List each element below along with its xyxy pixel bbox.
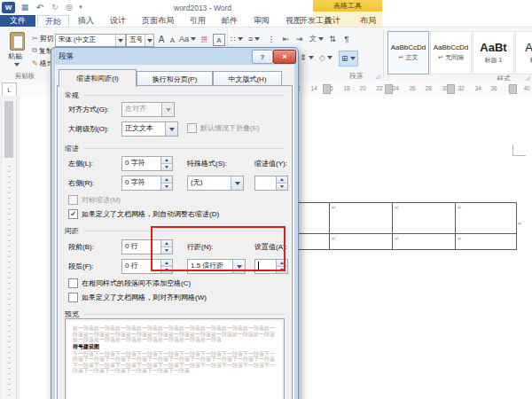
ruler-number: 28 — [425, 85, 431, 91]
phonetic-guide-button[interactable]: 拼 — [199, 33, 210, 45]
multilevel-icon: ⋮ — [268, 35, 276, 43]
tab-home[interactable]: 开始 — [37, 15, 69, 27]
tab-stop-selector[interactable]: L — [2, 82, 17, 97]
tab-table-layout[interactable]: 布局 — [353, 15, 383, 27]
table-cell[interactable]: ↵ — [456, 203, 516, 233]
style-card-normal[interactable]: AaBbCcDd ↵ 正文 — [387, 31, 429, 74]
paragraph-style-marker: ↵ — [399, 54, 404, 60]
shading-button[interactable]: ◇ — [319, 51, 332, 64]
change-case-button[interactable]: Aa — [179, 33, 196, 45]
clipboard-group-label: 剪贴板 — [2, 72, 48, 81]
grow-font-button[interactable]: A — [156, 33, 167, 45]
group-separator — [383, 30, 384, 78]
column-grip[interactable] — [323, 84, 331, 94]
show-marks-button[interactable]: ¶ — [341, 33, 352, 44]
decrease-indent-button[interactable]: ⇤ — [280, 33, 292, 44]
no-space-same-style-checkbox[interactable]: 在相同样式的段落间不添加空格(C) — [68, 278, 191, 288]
tab-insert[interactable]: 插入 — [71, 15, 101, 27]
styles-dialog-launcher-icon[interactable]: ◿ — [524, 74, 531, 81]
column-grip[interactable] — [509, 84, 517, 94]
end-of-cell-mark: ↵ — [395, 204, 399, 210]
dialog-help-button[interactable]: ? — [252, 50, 273, 64]
end-of-cell-mark: ↵ — [458, 235, 462, 241]
spinner-down-icon[interactable] — [277, 183, 287, 190]
tab-references[interactable]: 引用 — [183, 15, 213, 27]
dialog-close-button[interactable]: × — [273, 50, 296, 64]
numbering-icon: ≡ — [248, 35, 253, 43]
character-border-button[interactable]: A — [213, 34, 225, 46]
check-icon: ✔ — [70, 211, 76, 218]
column-grip[interactable] — [447, 84, 455, 94]
style-card-no-spacing[interactable]: AaBbCcDd ↵ 无间隔 — [430, 31, 472, 74]
indent-right-spinner[interactable]: 0 字符 — [121, 176, 173, 191]
spinner-down-icon[interactable] — [161, 183, 172, 190]
preview-previous-paragraph: 前一段落前一段落前一段落前一段落前一段落前一段落前一段落前一段落前一段落前一段落… — [66, 319, 284, 343]
table-cell[interactable]: ↵ — [393, 234, 456, 249]
shading-icon: ◇ — [319, 53, 325, 62]
table-cell[interactable]: ↵ — [456, 234, 516, 249]
qat-more-icon[interactable]: ▾ — [76, 1, 85, 13]
spinner-up-icon[interactable] — [277, 176, 287, 183]
bullets-button[interactable]: ∷ — [231, 33, 243, 44]
column-grip[interactable] — [385, 84, 393, 94]
borders-button[interactable]: ⊞ — [339, 51, 358, 66]
paste-button[interactable]: 粘贴 — [5, 32, 28, 71]
alignment-label: 对齐方式(G): — [68, 105, 109, 114]
spinner-up-icon[interactable] — [161, 176, 172, 183]
outline-level-combo[interactable]: 正文文本 — [121, 121, 178, 137]
undo-icon[interactable]: ↶ — [33, 1, 47, 13]
increase-indent-button[interactable]: ⇥ — [293, 33, 305, 44]
spinner-down-icon[interactable] — [161, 163, 172, 170]
tab-mailings[interactable]: 邮件 — [215, 15, 245, 27]
font-size-combo[interactable]: 五号 — [126, 34, 154, 47]
document-table[interactable]: ↵ ↵ ↵ ↵ ↵ ↵ ↵ ↵ — [266, 202, 517, 250]
spinner-up-icon[interactable] — [161, 157, 172, 163]
table-cell[interactable]: ↵ — [330, 234, 393, 249]
special-format-combo[interactable]: (无) — [187, 176, 244, 191]
ruler-number: 20 — [359, 85, 365, 91]
paste-dropdown-icon — [13, 61, 20, 68]
special-dropdown-icon[interactable] — [231, 176, 243, 190]
space-after-label: 段后(F): — [68, 262, 93, 271]
shrink-font-button[interactable]: A — [168, 35, 177, 45]
ruler-number: 34 — [474, 85, 481, 91]
redo-icon[interactable]: ↻ — [49, 1, 61, 13]
indent-by-label: 缩进值(Y): — [254, 159, 287, 168]
print-preview-icon[interactable]: ◎ — [63, 1, 75, 13]
style-card-heading2[interactable]: AaB 标题 — [515, 31, 532, 74]
asian-layout-button[interactable]: 文 — [309, 33, 324, 44]
borders-icon: ⊞ — [341, 54, 348, 63]
table-cell[interactable]: ↵ — [330, 203, 393, 233]
ruler-number: 18 — [343, 85, 349, 91]
numbering-button[interactable]: ≡ — [248, 33, 260, 44]
ruler-number: 26 — [409, 85, 415, 91]
tab-page-layout[interactable]: 页面布局 — [135, 15, 181, 27]
font-name-combo[interactable]: 宋体 (中文正 — [55, 34, 126, 47]
font-size-dropdown-icon[interactable] — [145, 35, 153, 46]
indent-right-label: 右侧(R): — [68, 178, 94, 188]
auto-adjust-right-indent-checkbox[interactable]: ✔ 如果定义了文档网格，则自动调整右缩进(D) — [68, 209, 219, 219]
snap-to-grid-checkbox[interactable]: 如果定义了文档网格，则对齐到网格(W) — [68, 293, 207, 302]
line-spacing-button[interactable]: ⇕ — [300, 51, 314, 64]
font-name-dropdown-icon[interactable] — [115, 35, 125, 46]
ruler-number: 22 — [376, 85, 382, 91]
dialog-tab-indents-spacing[interactable]: 缩进和间距(I) — [59, 69, 137, 87]
word-logo-icon[interactable]: W — [2, 2, 15, 13]
preview-box: 前一段落前一段落前一段落前一段落前一段落前一段落前一段落前一段落前一段落前一段落… — [65, 318, 285, 399]
sort-button[interactable]: ⇅ — [327, 33, 338, 44]
indent-left-spinner[interactable]: 0 字符 — [121, 156, 173, 171]
paragraph-dialog-launcher-icon[interactable]: ◿ — [374, 72, 381, 79]
indent-left-label: 左侧(L): — [68, 159, 93, 168]
outline-dropdown-icon[interactable] — [165, 122, 177, 136]
tab-design[interactable]: 设计 — [103, 15, 133, 27]
indent-by-spinner[interactable] — [254, 176, 288, 191]
multilevel-list-button[interactable]: ⋮ — [266, 33, 277, 44]
paste-clipboard-icon — [10, 32, 25, 51]
highlight-annotation — [151, 226, 286, 271]
style-card-heading1[interactable]: AaBt 标题 1 — [473, 31, 514, 74]
table-cell[interactable]: ↵ — [393, 203, 456, 233]
cut-button[interactable]: ✂ 剪切 — [32, 33, 54, 43]
save-icon[interactable]: ▦ — [19, 1, 31, 13]
tab-file[interactable]: 文件 — [0, 15, 35, 27]
tab-table-design[interactable]: 设计 — [317, 15, 348, 27]
